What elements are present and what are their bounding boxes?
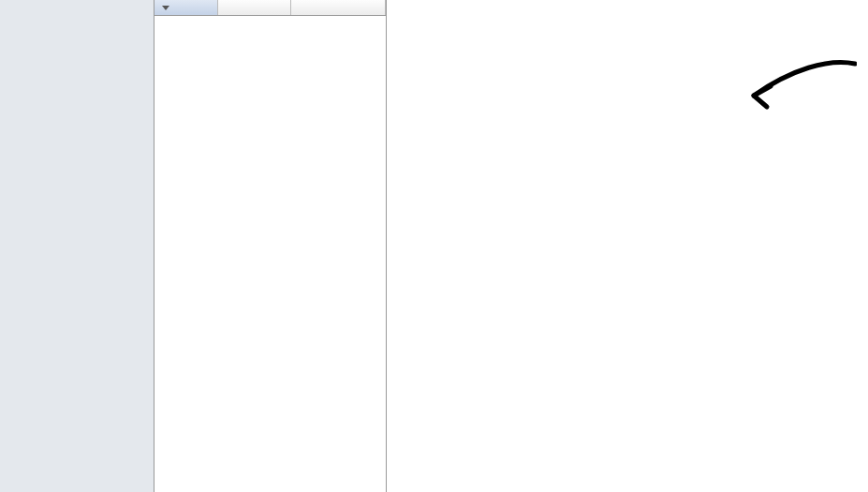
crash-detail-pane[interactable]: [387, 0, 868, 492]
sidebar-header-teams: [0, 0, 154, 7]
table-header[interactable]: [154, 0, 386, 16]
sidebar-header-devices: [0, 7, 154, 15]
sidebar: [0, 0, 154, 492]
col-header-type[interactable]: [218, 0, 291, 15]
annotation-arrow: [744, 58, 857, 114]
crash-log-table: [154, 0, 387, 492]
col-header-date[interactable]: [291, 0, 386, 15]
col-header-app[interactable]: [154, 0, 218, 15]
sort-arrow-icon: [162, 6, 169, 10]
table-body[interactable]: [154, 16, 386, 492]
